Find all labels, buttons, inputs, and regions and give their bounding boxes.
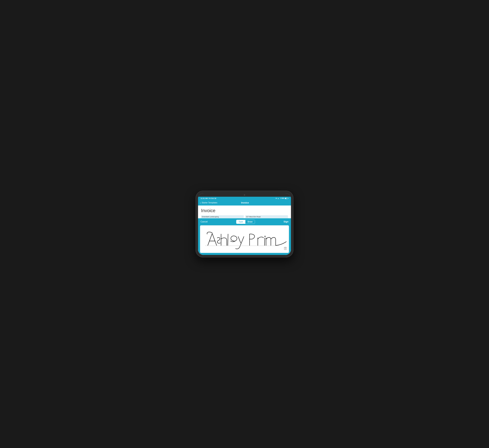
back-label: Starter Templates xyxy=(202,202,217,204)
signature-baseline xyxy=(205,246,279,246)
back-chevron-icon: ‹ xyxy=(200,201,201,204)
trash-icon xyxy=(284,247,287,250)
company-input[interactable]: Greenbelt Landscaping xyxy=(201,215,244,218)
status-date: Fri Oct 18 xyxy=(209,198,216,199)
nav-title: Invoice xyxy=(241,201,249,204)
modal-container: Cancel Type Draw Sign xyxy=(198,218,291,255)
camera-bar xyxy=(198,193,291,197)
status-time: 11:31 AM xyxy=(200,198,208,199)
status-bar-right: ✈ ▲ ☽ 50% xyxy=(275,198,289,199)
svg-point-0 xyxy=(265,236,265,237)
device-frame: 11:31 AM Fri Oct 18 ✈ ▲ ☽ 50% xyxy=(196,191,293,257)
back-button[interactable]: ‹ Starter Templates xyxy=(200,201,217,204)
modal-toolbar: Cancel Type Draw Sign xyxy=(198,218,291,225)
form-title: Invoice xyxy=(201,208,288,213)
tab-type-button[interactable]: Type xyxy=(236,220,245,224)
nav-bar: ‹ Starter Templates Invoice xyxy=(198,200,291,206)
tab-draw-button[interactable]: Draw xyxy=(245,220,255,224)
clear-signature-button[interactable] xyxy=(284,247,287,251)
battery-icon xyxy=(285,198,289,199)
airplane-icon: ✈ xyxy=(275,198,277,199)
signature-svg xyxy=(200,225,289,253)
moon-icon: ☽ xyxy=(280,198,281,199)
device-screen: 11:31 AM Fri Oct 18 ✈ ▲ ☽ 50% xyxy=(198,193,291,255)
front-camera-icon xyxy=(244,194,245,196)
cancel-button[interactable]: Cancel xyxy=(200,220,207,223)
wifi-icon: ▲ xyxy=(277,198,279,199)
status-bar: 11:31 AM Fri Oct 18 ✈ ▲ ☽ 50% xyxy=(198,197,291,200)
address-input[interactable]: 227 West Elm Road xyxy=(245,215,288,218)
battery-percent: 50% xyxy=(282,198,284,199)
type-draw-toggle: Type Draw xyxy=(236,220,255,224)
signature-drawing-area[interactable] xyxy=(200,225,289,253)
status-bar-left: 11:31 AM Fri Oct 18 xyxy=(200,198,216,199)
sign-button[interactable]: Sign xyxy=(283,220,289,223)
screen-content: 11:31 AM Fri Oct 18 ✈ ▲ ☽ 50% xyxy=(198,197,291,255)
signature-modal: Cancel Type Draw Sign xyxy=(198,218,291,255)
